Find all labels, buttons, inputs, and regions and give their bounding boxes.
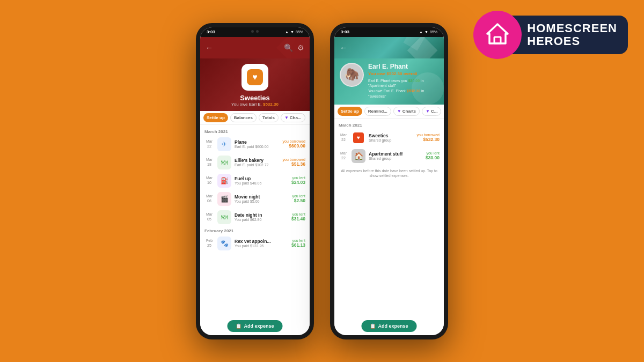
- profile-info: Earl E. Phant You owe $502.30 overall Ea…: [368, 63, 438, 99]
- right-battery-icon: 85%: [430, 30, 437, 34]
- wifi-icon: ▼: [290, 30, 294, 34]
- sweeties-right: you borrowed $532.30: [417, 133, 440, 142]
- left-phone-screen: 3:03 ▲ ▼ 85% ← 🔍 ⚙: [200, 27, 310, 335]
- heart-icon: ♥: [247, 69, 263, 85]
- right-phone: 3:03 ▲ ▼ 85% ← 🦣 Earl E. Phant You owe $…: [330, 23, 448, 339]
- apartment-name: Apartment stuff: [369, 151, 422, 157]
- expense-vet: Feb 25 🐾 Rex vet appoin... You paid $122…: [200, 234, 310, 253]
- left-avatar-section: ♥ Sweeties You owe Earl E. $532.30: [200, 58, 310, 111]
- right-status-icons: ▲ ▼ 85%: [419, 30, 437, 34]
- right-status-time: 3:03: [341, 29, 349, 34]
- right-add-expense-button[interactable]: 📋 Add expense: [361, 320, 416, 332]
- right-signal-icon: ▲: [419, 30, 423, 34]
- sweeties-label: you borrowed: [417, 133, 440, 137]
- apartment-info: Apartment stuff Shared group: [369, 151, 422, 160]
- right-more-tab[interactable]: ▼ C...: [422, 107, 441, 116]
- add-expense-icon: 📋: [236, 323, 241, 329]
- right-wifi-icon: ▼: [425, 30, 428, 34]
- right-add-expense-label: Add expense: [378, 323, 408, 329]
- movie-icon: 🎬: [217, 192, 231, 206]
- sweeties-heart: ♥: [353, 132, 364, 143]
- feb-section-header: February 2021: [200, 226, 310, 234]
- settle-up-tab[interactable]: Settle up: [203, 113, 228, 122]
- group-name: Sweeties: [240, 94, 270, 102]
- sweeties-info: Sweeties Shared group: [369, 133, 414, 142]
- plane-icon: ✈: [217, 137, 231, 151]
- datenight-name: Date night in: [235, 212, 288, 218]
- plane-name: Plane: [235, 139, 280, 145]
- expense-plane: Mar 22 ✈ Plane Earl E. paid $600.00 you …: [200, 135, 310, 153]
- left-camera: [251, 30, 259, 33]
- group-avatar: ♥: [241, 64, 268, 91]
- vet-right: you lent $61.13: [291, 239, 305, 248]
- totals-tab[interactable]: Totals: [259, 113, 279, 122]
- profile-detail2: You owe Earl E. Phant $532.30 in "Sweeti…: [368, 88, 438, 99]
- fuel-amount: $24.03: [291, 180, 305, 185]
- movie-label: you lent: [292, 194, 305, 198]
- right-back-icon[interactable]: ←: [340, 43, 347, 52]
- vet-icon: 🐾: [217, 237, 231, 250]
- charts-tab[interactable]: ▼ Cha...: [281, 113, 305, 122]
- apartment-label: you lent: [426, 151, 440, 155]
- fuel-label: you lent: [291, 176, 305, 180]
- fuel-icon: ⛽: [217, 174, 231, 188]
- expense-movie: Mar 06 🎬 Movie night You paid $5.00 you …: [200, 190, 310, 208]
- add-expense-label: Add expense: [244, 323, 274, 329]
- movie-right: you lent $2.50: [292, 194, 305, 203]
- sweeties-icon: ♥: [352, 131, 365, 145]
- right-tab-bar: Settle up Remind... ▼ Charts ▼ C...: [334, 105, 444, 119]
- fuel-paid: You paid $48.06: [235, 181, 288, 185]
- bakery-label: you borrowed: [283, 158, 305, 161]
- sweeties-amount: $532.30: [417, 137, 440, 142]
- bakery-info: Ellie's bakery Earl E. paid $102.72: [235, 158, 280, 167]
- balances-tab[interactable]: Balances: [230, 113, 257, 122]
- expense-date-bakery: Mar 18: [204, 158, 214, 167]
- phones-container: 3:03 ▲ ▼ 85% ← 🔍 ⚙: [196, 23, 448, 339]
- expense-date-fuel: Mar 10: [204, 176, 214, 185]
- house-icon: [484, 20, 511, 50]
- movie-info: Movie night You paid $5.00: [235, 194, 289, 203]
- earl-avatar: 🦣: [340, 63, 364, 87]
- bakery-name: Ellie's bakery: [235, 158, 280, 163]
- settled-notice[interactable]: All expenses before this date have been …: [334, 165, 444, 182]
- signal-icon: ▲: [285, 30, 289, 34]
- plane-info: Plane Earl E. paid $600.00: [235, 139, 280, 149]
- right-charts-triangle: ▼: [397, 109, 401, 114]
- vet-paid: You paid $122.26: [235, 244, 288, 248]
- fuel-name: Fuel up: [235, 176, 288, 181]
- left-status-icons: ▲ ▼ 85%: [285, 30, 303, 34]
- datenight-amount: $31.40: [291, 216, 305, 221]
- right-profile-section: 🦣 Earl E. Phant You owe $502.30 overall …: [334, 58, 444, 105]
- left-header: ← 🔍 ⚙: [200, 37, 310, 58]
- fuel-right: you lent $24.03: [291, 176, 305, 185]
- left-add-expense-button[interactable]: 📋 Add expense: [227, 320, 282, 332]
- search-icon[interactable]: 🔍: [284, 43, 293, 52]
- apartment-amount: $30.00: [426, 155, 440, 160]
- expense-bakery: Mar 18 🍽 Ellie's bakery Earl E. paid $10…: [200, 153, 310, 172]
- owe-amount: $532.30: [263, 102, 279, 107]
- right-header: ←: [334, 37, 444, 58]
- left-status-time: 3:03: [207, 29, 215, 34]
- bakery-icon: 🍽: [217, 156, 231, 169]
- settings-icon[interactable]: ⚙: [297, 43, 304, 52]
- expense-date-vet: Feb 25: [204, 239, 214, 248]
- bakery-amount: $51.36: [283, 161, 305, 167]
- right-more-triangle: ▼: [426, 109, 430, 114]
- plane-label: you borrowed: [283, 139, 305, 143]
- vet-label: you lent: [291, 239, 305, 242]
- profile-owe-overall: You owe $502.30 overall: [368, 71, 438, 76]
- back-icon[interactable]: ←: [206, 43, 213, 52]
- expense-datenight: Mar 05 🍽 Date night in You paid $62.80 y…: [200, 208, 310, 226]
- expense-date-datenight: Mar 05: [204, 212, 214, 221]
- remind-tab[interactable]: Remind...: [364, 107, 391, 116]
- left-phone: 3:03 ▲ ▼ 85% ← 🔍 ⚙: [196, 23, 314, 339]
- fuel-info: Fuel up You paid $48.06: [235, 176, 288, 185]
- apartment-sub: Shared group: [369, 157, 422, 160]
- datenight-paid: You paid $62.80: [235, 218, 288, 221]
- bakery-right: you borrowed $51.36: [283, 158, 305, 167]
- right-charts-tab[interactable]: ▼ Charts: [393, 107, 420, 116]
- right-settle-up-tab[interactable]: Settle up: [338, 107, 362, 116]
- sweeties-date: Mar 22: [339, 133, 348, 142]
- expense-fuel: Mar 10 ⛽ Fuel up You paid $48.06 you len…: [200, 172, 310, 190]
- right-march-section: March 2021: [334, 121, 444, 129]
